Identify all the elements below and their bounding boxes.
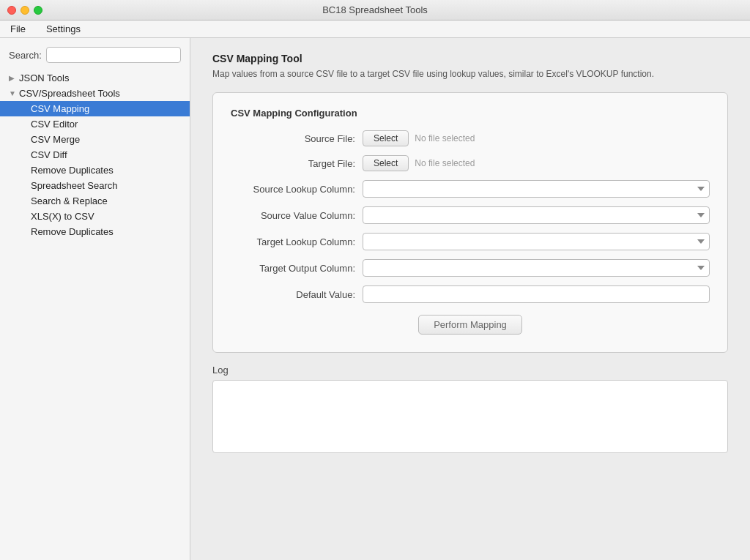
sidebar-item-xls-to-csv[interactable]: XLS(X) to CSV: [0, 209, 190, 224]
tool-title: CSV Mapping Tool: [212, 53, 728, 64]
config-section-title: CSV Mapping Configuration: [231, 108, 710, 119]
target-file-label: Target File:: [231, 158, 363, 169]
source-lookup-select[interactable]: [363, 180, 710, 198]
source-value-control: [363, 206, 710, 224]
log-section: Log: [212, 365, 728, 455]
traffic-lights: [7, 6, 42, 15]
target-lookup-select[interactable]: [363, 233, 710, 250]
target-file-control: Select No file selected: [363, 155, 710, 171]
source-lookup-control: [363, 180, 710, 198]
sidebar-item-label: CSV Diff: [31, 149, 67, 160]
log-textarea[interactable]: [212, 380, 728, 453]
source-lookup-row: Source Lookup Column:: [231, 180, 710, 198]
target-output-label: Target Output Column:: [231, 263, 363, 274]
sidebar-item-csv-editor[interactable]: CSV Editor: [0, 116, 190, 132]
target-output-select[interactable]: [363, 259, 710, 277]
sidebar-item-label: CSV Editor: [31, 119, 78, 130]
sidebar-item-label: Spreadsheet Search: [31, 180, 118, 191]
target-file-status: No file selected: [415, 158, 475, 168]
sidebar-item-label: Search & Replace: [31, 195, 108, 206]
target-output-row: Target Output Column:: [231, 259, 710, 277]
source-file-button[interactable]: Select: [363, 130, 409, 146]
source-file-row: Source File: Select No file selected: [231, 130, 710, 146]
default-value-control: [363, 285, 710, 303]
sidebar-item-label: XLS(X) to CSV: [31, 211, 94, 222]
perform-mapping-button[interactable]: Perform Mapping: [418, 315, 522, 335]
target-file-row: Target File: Select No file selected: [231, 155, 710, 171]
main-content: CSV Mapping Tool Map values from a sourc…: [190, 38, 750, 560]
menu-settings[interactable]: Settings: [42, 22, 85, 36]
sidebar-item-label: Remove Duplicates: [31, 165, 114, 176]
sidebar-item-spreadsheet-search[interactable]: Spreadsheet Search: [0, 178, 190, 193]
chevron-right-icon: ▶: [9, 74, 19, 82]
default-value-input[interactable]: [363, 285, 710, 303]
search-input[interactable]: [46, 47, 181, 63]
menubar: File Settings: [0, 20, 750, 38]
default-value-row: Default Value:: [231, 285, 710, 303]
log-label: Log: [212, 365, 728, 376]
minimize-button[interactable]: [21, 6, 29, 15]
source-file-control: Select No file selected: [363, 130, 710, 146]
tool-description: Map values from a source CSV file to a t…: [212, 67, 728, 81]
sidebar-item-search-replace[interactable]: Search & Replace: [0, 193, 190, 209]
tree: ▶ JSON Tools ▼ CSV/Spreadsheet Tools CSV…: [0, 70, 190, 551]
chevron-down-icon: ▼: [9, 89, 19, 97]
source-value-select[interactable]: [363, 206, 710, 224]
sidebar-item-json-tools[interactable]: ▶ JSON Tools: [0, 70, 190, 86]
target-output-control: [363, 259, 710, 277]
source-value-label: Source Value Column:: [231, 210, 363, 221]
sidebar-item-csv-mapping[interactable]: CSV Mapping: [0, 101, 190, 116]
source-lookup-label: Source Lookup Column:: [231, 184, 363, 195]
sidebar-item-label: CSV Mapping: [31, 103, 89, 114]
target-lookup-row: Target Lookup Column:: [231, 233, 710, 250]
titlebar: BC18 Spreadsheet Tools: [0, 0, 750, 20]
app-body: Search: ▶ JSON Tools ▼ CSV/Spreadsheet T…: [0, 38, 750, 560]
target-lookup-label: Target Lookup Column:: [231, 236, 363, 247]
sidebar-item-label: JSON Tools: [19, 72, 69, 83]
maximize-button[interactable]: [34, 6, 42, 15]
sidebar-item-remove-duplicates-2[interactable]: Remove Duplicates: [0, 224, 190, 239]
search-label: Search:: [9, 50, 42, 61]
config-box: CSV Mapping Configuration Source File: S…: [212, 92, 728, 353]
source-file-label: Source File:: [231, 133, 363, 144]
sidebar-item-csv-spreadsheet-tools[interactable]: ▼ CSV/Spreadsheet Tools: [0, 86, 190, 101]
target-file-button[interactable]: Select: [363, 155, 409, 171]
window-title: BC18 Spreadsheet Tools: [322, 4, 428, 15]
source-value-row: Source Value Column:: [231, 206, 710, 224]
close-button[interactable]: [7, 6, 16, 15]
source-file-status: No file selected: [415, 133, 475, 143]
sidebar-item-csv-merge[interactable]: CSV Merge: [0, 132, 190, 147]
menu-file[interactable]: File: [6, 22, 30, 36]
target-lookup-control: [363, 233, 710, 250]
search-row: Search:: [0, 47, 190, 70]
default-value-label: Default Value:: [231, 289, 363, 300]
sidebar: Search: ▶ JSON Tools ▼ CSV/Spreadsheet T…: [0, 38, 190, 560]
sidebar-item-label: CSV/Spreadsheet Tools: [19, 88, 120, 99]
sidebar-item-label: Remove Duplicates: [31, 226, 114, 237]
sidebar-item-csv-diff[interactable]: CSV Diff: [0, 147, 190, 163]
sidebar-item-remove-duplicates-1[interactable]: Remove Duplicates: [0, 163, 190, 178]
sidebar-item-label: CSV Merge: [31, 134, 80, 145]
